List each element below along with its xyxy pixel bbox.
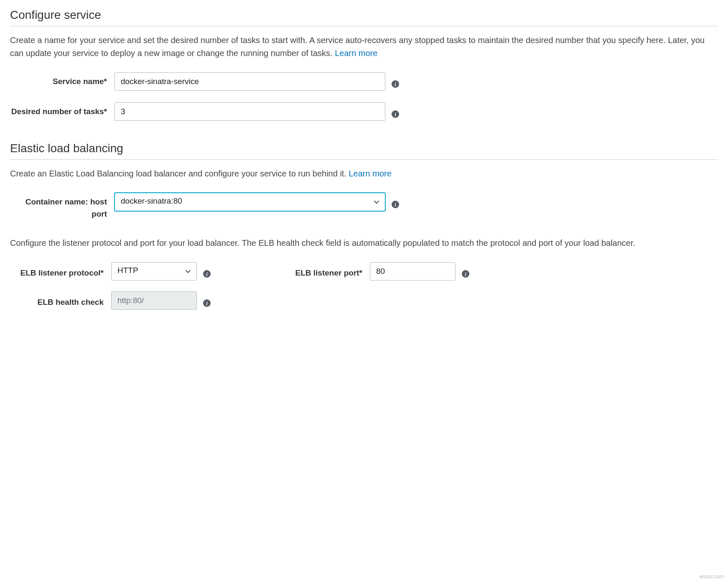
service-name-label: Service name* xyxy=(10,72,115,88)
desired-tasks-input[interactable] xyxy=(115,102,385,121)
info-icon[interactable]: i xyxy=(391,80,400,88)
service-name-row: Service name* i xyxy=(10,72,718,91)
elb-health-check-row: ELB health check i xyxy=(10,291,718,310)
svg-text:i: i xyxy=(206,301,208,306)
elb-listener-description: Configure the listener protocol and port… xyxy=(10,237,718,250)
info-icon[interactable]: i xyxy=(461,270,470,278)
desired-tasks-row: Desired number of tasks* i xyxy=(10,102,718,121)
elb-listener-protocol-label: ELB listener protocol* xyxy=(10,264,111,279)
svg-text:i: i xyxy=(395,112,396,117)
svg-text:i: i xyxy=(395,82,396,87)
svg-text:i: i xyxy=(465,271,466,277)
desired-tasks-label: Desired number of tasks* xyxy=(10,102,115,118)
configure-service-description: Create a name for your service and set t… xyxy=(10,34,718,60)
info-icon[interactable]: i xyxy=(391,110,400,118)
configure-service-title: Configure service xyxy=(10,8,718,22)
info-icon[interactable]: i xyxy=(391,200,400,209)
elastic-load-balancing-section: Elastic load balancing Create an Elastic… xyxy=(10,142,718,310)
container-host-port-row: Container name: host port docker-sinatra… xyxy=(10,193,718,220)
elb-description: Create an Elastic Load Balancing load ba… xyxy=(10,167,718,180)
info-icon[interactable]: i xyxy=(203,299,211,307)
container-host-port-select[interactable]: docker-sinatra:80 xyxy=(115,193,385,211)
elb-health-check-label: ELB health check xyxy=(10,293,111,309)
configure-service-section: Configure service Create a name for your… xyxy=(10,8,718,121)
elb-listener-port-input[interactable] xyxy=(370,262,456,281)
elb-listener-protocol-select[interactable]: HTTP xyxy=(111,262,197,281)
svg-text:i: i xyxy=(206,271,208,277)
container-host-port-label: Container name: host port xyxy=(10,193,115,220)
service-name-input[interactable] xyxy=(115,72,385,91)
elb-listener-row: ELB listener protocol* HTTP i ELB listen… xyxy=(10,262,718,281)
learn-more-link[interactable]: Learn more xyxy=(335,48,377,58)
elb-listener-port-label: ELB listener port* xyxy=(211,264,370,279)
elb-title: Elastic load balancing xyxy=(10,142,718,155)
svg-text:i: i xyxy=(395,202,396,208)
elb-health-check-input xyxy=(111,291,197,310)
divider xyxy=(10,159,718,160)
info-icon[interactable]: i xyxy=(203,270,211,278)
learn-more-link[interactable]: Learn more xyxy=(349,169,392,178)
divider xyxy=(10,26,718,26)
